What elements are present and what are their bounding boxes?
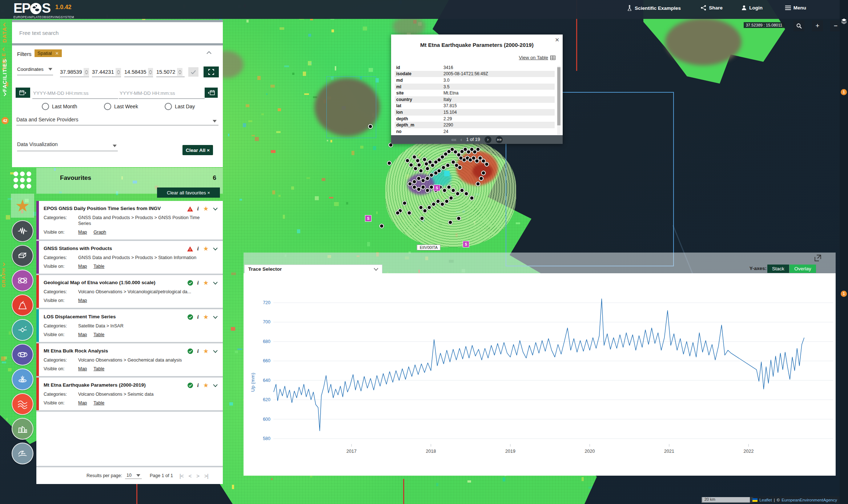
info-icon[interactable]: i: [197, 246, 199, 252]
gnss-station-marker[interactable]: S: [463, 241, 469, 247]
earthquake-marker[interactable]: [405, 158, 410, 163]
date-to-input[interactable]: [119, 88, 205, 99]
visible-on-map-link[interactable]: Map: [78, 400, 87, 406]
info-icon[interactable]: i: [197, 382, 199, 388]
coordinates-dropdown[interactable]: Coordinates: [17, 66, 53, 75]
earthquake-marker[interactable]: [455, 191, 460, 196]
gnss-orbit-icon[interactable]: [12, 270, 33, 291]
earthquake-marker[interactable]: [445, 199, 449, 204]
info-icon[interactable]: i: [197, 348, 199, 354]
first-record-button[interactable]: ««: [451, 137, 456, 142]
earthquake-marker[interactable]: [412, 180, 417, 184]
gnss-station-marker[interactable]: S: [365, 215, 371, 222]
scientific-examples-button[interactable]: Scientific Examples: [627, 5, 681, 11]
visible-on-table-link[interactable]: Table: [93, 264, 104, 269]
apps-grid-icon[interactable]: [11, 168, 34, 192]
earthquake-marker[interactable]: [449, 196, 454, 201]
favourite-star-icon[interactable]: ★: [203, 206, 209, 211]
satellite-icon[interactable]: [12, 319, 33, 341]
popup-scrollbar[interactable]: [557, 66, 560, 135]
date-to-calendar-button[interactable]: [205, 88, 218, 98]
visualization-dropdown[interactable]: Data Visualization: [17, 141, 58, 147]
facilities-panel-tab[interactable]: FACILITIES: [1, 59, 8, 96]
earthquake-marker[interactable]: [457, 216, 461, 221]
prev-page-button[interactable]: <: [189, 473, 192, 479]
apply-coordinates-button[interactable]: [188, 67, 198, 77]
earthquake-marker[interactable]: [460, 188, 465, 193]
date-from-calendar-button[interactable]: [16, 88, 30, 98]
earthquake-marker[interactable]: [379, 224, 384, 229]
earthquake-marker[interactable]: [395, 211, 400, 215]
seismology-icon[interactable]: [12, 220, 33, 242]
info-icon[interactable]: i: [197, 206, 199, 212]
stack-button[interactable]: Stack: [767, 265, 789, 273]
favourites-star-icon[interactable]: ★: [11, 194, 34, 218]
favourite-item[interactable]: EPOS GNSS Daily Position Time Series fro…: [36, 201, 223, 239]
earthquake-marker[interactable]: [419, 169, 423, 173]
earthquake-marker[interactable]: [476, 182, 481, 186]
caret-down-icon[interactable]: [213, 118, 217, 124]
earthquake-marker[interactable]: [420, 216, 425, 221]
earthquake-marker[interactable]: [417, 176, 421, 181]
earthquake-marker[interactable]: [451, 188, 456, 193]
earthquake-marker[interactable]: [421, 178, 426, 183]
timeseries-chart[interactable]: 5806006206406606807007202017201820192020…: [244, 273, 836, 476]
last-month-radio[interactable]: Last Month: [42, 103, 77, 110]
visible-on-table-link[interactable]: Table: [93, 400, 104, 406]
favourite-star-icon[interactable]: ★: [203, 246, 209, 251]
info-icon[interactable]: i: [197, 280, 199, 286]
earthquake-marker[interactable]: [447, 185, 451, 190]
data-panel-tab[interactable]: DATA: [1, 23, 8, 43]
spatial-filter-chip[interactable]: Spatial✕: [35, 49, 62, 57]
earthquake-marker[interactable]: [431, 202, 436, 207]
tsunami-icon[interactable]: [12, 443, 33, 464]
visible-on-map-link[interactable]: Map: [78, 332, 87, 337]
favourite-star-icon[interactable]: ★: [203, 383, 209, 388]
earthquake-marker[interactable]: [425, 188, 430, 193]
number-spinner[interactable]: [177, 68, 182, 76]
geoenergy-icon[interactable]: [12, 418, 33, 440]
favourite-star-icon[interactable]: ★: [203, 315, 209, 320]
earthquake-marker[interactable]: [476, 147, 481, 152]
menu-button[interactable]: Menu: [785, 5, 806, 11]
number-spinner[interactable]: [84, 68, 89, 76]
earthquake-marker[interactable]: [458, 165, 462, 170]
visible-on-map-link[interactable]: Map: [78, 264, 87, 269]
collapse-filters-chevron[interactable]: [206, 50, 212, 55]
chip-remove-icon[interactable]: ✕: [55, 51, 59, 56]
earthquake-marker[interactable]: [407, 211, 412, 215]
clear-all-button[interactable]: Clear All ×: [182, 145, 213, 155]
agency-link[interactable]: EuropeanEnvironmentAgency: [781, 498, 837, 502]
map-search-button[interactable]: [793, 20, 804, 31]
view-on-table-link[interactable]: View on Table: [519, 55, 555, 60]
earthquake-marker[interactable]: [464, 191, 469, 196]
earthquake-marker[interactable]: [417, 163, 422, 168]
volcano-icon[interactable]: [12, 294, 33, 316]
earthquake-marker[interactable]: [423, 209, 427, 213]
graph-panel-tab[interactable]: GRAPH: [1, 262, 7, 287]
zoom-in-button[interactable]: +: [812, 20, 823, 31]
next-record-button[interactable]: ›: [485, 136, 491, 143]
login-button[interactable]: Login: [742, 5, 763, 11]
layers-icon[interactable]: [841, 18, 847, 25]
earthquake-marker[interactable]: [479, 176, 484, 181]
coordinate-input-east[interactable]: 15.5072: [156, 67, 185, 77]
earthquake-marker[interactable]: [419, 205, 423, 210]
earthquake-marker[interactable]: [387, 161, 392, 166]
earthquake-marker[interactable]: [429, 173, 434, 178]
search-input[interactable]: [19, 27, 209, 38]
favourite-item[interactable]: LOS Displacement Time Series i ★ Categor…: [36, 309, 223, 342]
earthquake-marker[interactable]: [441, 165, 446, 170]
results-per-page-select[interactable]: 10: [125, 473, 142, 479]
earthquake-marker[interactable]: [408, 182, 413, 186]
earthquake-marker[interactable]: [481, 171, 486, 176]
visible-on-table-link[interactable]: Table: [93, 366, 104, 371]
earthquake-marker[interactable]: [485, 162, 489, 167]
prev-record-button[interactable]: ‹: [461, 137, 462, 142]
visible-on-map-link[interactable]: Map: [78, 230, 87, 235]
favourite-item[interactable]: Mt Etna Bulk Rock Analysis i ★ Categorie…: [36, 343, 223, 376]
geomagnetic-icon[interactable]: [12, 344, 33, 366]
earthquake-marker[interactable]: [434, 171, 438, 176]
favourite-item[interactable]: GNSS Stations with Products ! i ★ Catego…: [36, 241, 223, 274]
trace-selector-dropdown[interactable]: Trace Selector: [244, 265, 382, 274]
